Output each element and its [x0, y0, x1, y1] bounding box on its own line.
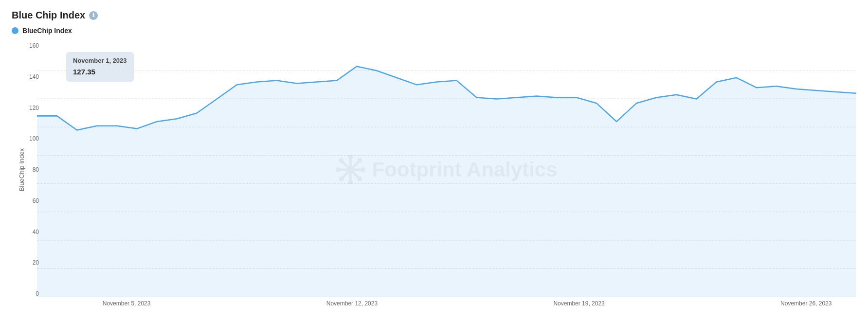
legend-dot [12, 27, 18, 34]
x-tick-nov12: November 12, 2023 [326, 300, 378, 307]
y-tick-100: 100 [29, 135, 39, 142]
y-tick-160: 160 [29, 42, 39, 49]
legend-label: BlueChip Index [22, 27, 72, 35]
chart-container: BlueChip Index Footprint [12, 42, 856, 315]
x-tick-nov26: November 26, 2023 [780, 300, 832, 307]
y-tick-0: 0 [36, 290, 39, 297]
y-tick-40: 40 [33, 229, 39, 235]
y-tick-20: 20 [33, 259, 39, 266]
x-tick-nov19: November 19, 2023 [553, 300, 604, 307]
y-axis-ticks: 0 20 40 60 80 100 120 140 160 [29, 42, 42, 297]
x-axis-ticks: November 5, 2023 November 12, 2023 Novem… [37, 297, 856, 315]
x-tick-nov5: November 5, 2023 [103, 300, 151, 307]
y-tick-140: 140 [29, 73, 39, 80]
y-axis-label: BlueChip Index [18, 148, 25, 191]
y-tick-120: 120 [29, 105, 39, 111]
chart-area: Footprint Analytics November 1, 2023 127… [37, 42, 856, 297]
chart-title: Blue Chip Index [12, 10, 85, 21]
info-icon[interactable]: ℹ [89, 11, 98, 20]
y-tick-80: 80 [33, 166, 39, 173]
y-tick-60: 60 [33, 197, 39, 204]
chart-svg [37, 42, 856, 297]
